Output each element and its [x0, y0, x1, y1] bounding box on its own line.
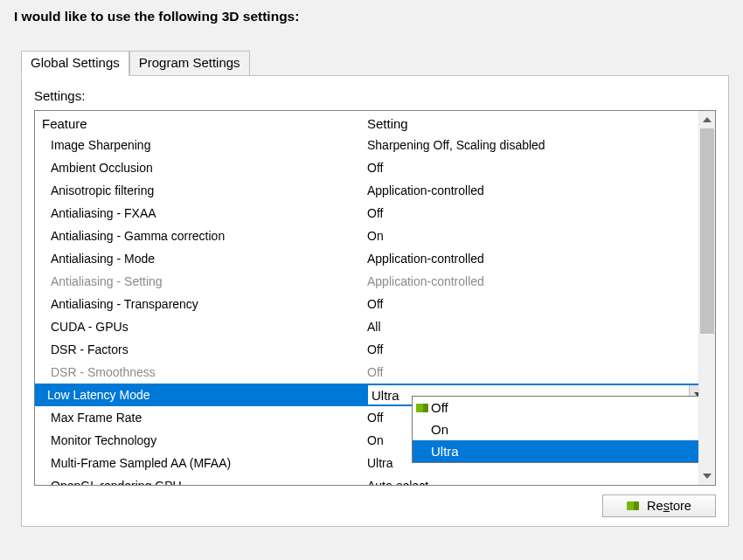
settings-grid: Feature Setting Image SharpeningSharpeni…: [34, 110, 716, 486]
feature-cell: DSR - Smoothness: [35, 365, 367, 379]
tab-global-settings[interactable]: Global Settings: [21, 51, 129, 76]
dropdown-option-label: Off: [431, 400, 448, 415]
feature-cell: Antialiasing - Mode: [35, 252, 367, 266]
tab-program-settings[interactable]: Program Settings: [129, 51, 250, 75]
setting-cell[interactable]: Off: [367, 156, 698, 179]
nvidia-icon: [416, 404, 428, 412]
tab-row: Global Settings Program Settings: [21, 51, 729, 75]
feature-cell: Antialiasing - Setting: [35, 274, 367, 288]
setting-cell[interactable]: Application-controlled: [367, 247, 698, 270]
feature-cell: Multi-Frame Sampled AA (MFAA): [35, 456, 367, 470]
table-row[interactable]: DSR - SmoothnessOff: [35, 361, 698, 384]
dropdown-option-label: Ultra: [431, 444, 459, 459]
setting-value: Off: [367, 206, 383, 220]
restore-button[interactable]: Restore: [602, 494, 716, 517]
setting-value: All: [367, 320, 381, 334]
dropdown-option-label: On: [431, 422, 448, 437]
nvidia-icon: [627, 501, 639, 510]
table-row[interactable]: Antialiasing - Gamma correctionOn: [35, 225, 698, 247]
table-row[interactable]: Image SharpeningSharpening Off, Scaling …: [35, 134, 698, 156]
feature-cell: Antialiasing - FXAA: [35, 206, 367, 220]
setting-value: Off: [367, 297, 383, 311]
table-row[interactable]: Antialiasing - SettingApplication-contro…: [35, 270, 698, 293]
setting-value: On: [367, 433, 384, 447]
setting-value: Application-controlled: [367, 183, 484, 197]
setting-cell[interactable]: Application-controlled: [367, 270, 698, 293]
setting-value: Application-controlled: [367, 274, 484, 288]
low-latency-dropdown-list[interactable]: OffOnUltra: [412, 396, 698, 463]
dropdown-option[interactable]: On: [413, 418, 698, 440]
column-setting: Setting: [367, 116, 698, 131]
feature-cell: Low Latency Mode: [35, 388, 367, 402]
setting-value: Off: [367, 365, 383, 379]
heading: I would like to use the following 3D set…: [14, 9, 729, 24]
scroll-down-button[interactable]: [699, 467, 715, 485]
settings-panel: Settings: Feature Setting Image Sharpeni…: [21, 75, 729, 527]
table-header-row: Feature Setting: [35, 111, 698, 134]
table-row[interactable]: Antialiasing - ModeApplication-controlle…: [35, 247, 698, 270]
setting-cell[interactable]: Off: [367, 361, 698, 384]
table-row[interactable]: Antialiasing - FXAAOff: [35, 202, 698, 225]
feature-cell: Max Frame Rate: [35, 411, 367, 425]
dropdown-option[interactable]: Off: [413, 397, 698, 418]
feature-cell: Monitor Technology: [35, 433, 367, 447]
restore-label: Restore: [647, 499, 691, 513]
feature-cell: Ambient Occlusion: [35, 161, 367, 175]
column-feature: Feature: [35, 116, 367, 131]
table-row[interactable]: CUDA - GPUsAll: [35, 315, 698, 338]
table-row[interactable]: Anisotropic filteringApplication-control…: [35, 179, 698, 202]
setting-value: Off: [367, 161, 383, 175]
setting-cell[interactable]: All: [367, 315, 698, 338]
dropdown-option[interactable]: Ultra: [413, 440, 698, 462]
setting-cell[interactable]: Auto-select: [367, 474, 698, 485]
scroll-track[interactable]: [699, 128, 715, 467]
feature-cell: Anisotropic filtering: [35, 183, 367, 197]
scrollbar[interactable]: [698, 111, 715, 485]
setting-value: Sharpening Off, Scaling disabled: [367, 138, 545, 152]
svg-marker-2: [703, 474, 712, 479]
setting-value: Ultra: [367, 456, 393, 470]
feature-cell: Antialiasing - Gamma correction: [35, 229, 367, 243]
table-row[interactable]: DSR - FactorsOff: [35, 338, 698, 361]
setting-cell[interactable]: Off: [367, 202, 698, 225]
setting-value: Application-controlled: [367, 252, 484, 266]
feature-cell: DSR - Factors: [35, 342, 367, 356]
feature-cell: CUDA - GPUs: [35, 320, 367, 334]
table-row[interactable]: OpenGL rendering GPUAuto-select: [35, 474, 698, 485]
setting-cell[interactable]: Application-controlled: [367, 179, 698, 202]
setting-cell[interactable]: Sharpening Off, Scaling disabled: [367, 134, 698, 156]
setting-value: Off: [367, 411, 383, 425]
scroll-thumb[interactable]: [700, 128, 714, 334]
settings-label: Settings:: [34, 88, 716, 103]
setting-value: On: [367, 229, 384, 243]
svg-marker-1: [703, 117, 712, 122]
setting-value: Off: [367, 342, 383, 356]
feature-cell: Antialiasing - Transparency: [35, 297, 367, 311]
table-row[interactable]: Ambient OcclusionOff: [35, 156, 698, 179]
setting-cell[interactable]: On: [367, 225, 698, 247]
feature-cell: Image Sharpening: [35, 138, 367, 152]
setting-cell[interactable]: Off: [367, 338, 698, 361]
table-row[interactable]: Antialiasing - TransparencyOff: [35, 293, 698, 315]
feature-cell: OpenGL rendering GPU: [35, 479, 367, 485]
setting-cell[interactable]: Off: [367, 293, 698, 315]
setting-value: Auto-select: [367, 479, 428, 485]
scroll-up-button[interactable]: [699, 111, 715, 128]
